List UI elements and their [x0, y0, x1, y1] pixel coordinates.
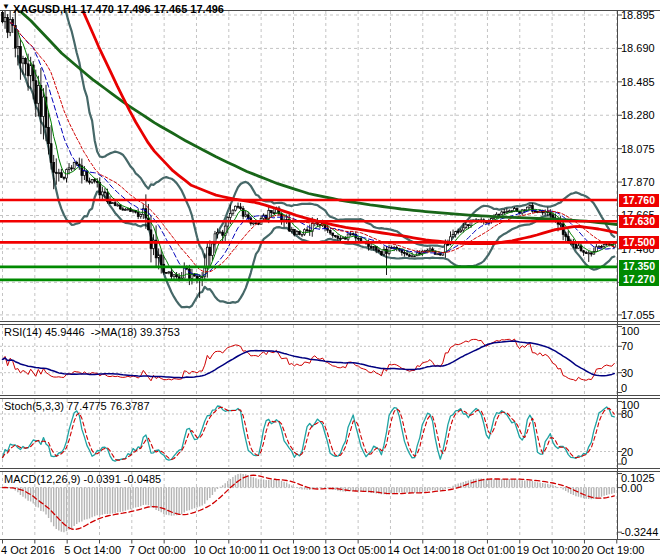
price-axis-label: 18.280	[621, 109, 655, 121]
price-axis-label: 18.485	[621, 76, 655, 88]
price-axis-label: 18.690	[621, 42, 655, 54]
price-level-badge: 17.270	[619, 273, 659, 286]
rsi-axis-label: 70	[621, 340, 633, 352]
time-axis-label: 19 Oct 10:00	[517, 544, 580, 556]
price-level-badge: 17.500	[619, 236, 659, 249]
price-axis-label: 17.055	[621, 309, 655, 321]
stoch-indicator-label: Stoch(5,3,3) 77.4775 76.3787	[4, 400, 150, 412]
time-axis-label: 4 Oct 2016	[1, 544, 55, 556]
time-axis-label: 20 Oct 19:00	[581, 544, 644, 556]
price-level-badge: 17.350	[619, 260, 659, 273]
rsi-axis-label: 30	[621, 367, 633, 379]
chart-menu-arrow-icon: ▼	[2, 2, 10, 11]
trading-chart-window: ▼ XAGUSD,H1 17.470 17.496 17.465 17.496 …	[0, 0, 660, 560]
price-axis-label: 17.870	[621, 176, 655, 188]
time-axis-label: 14 Oct 14:00	[387, 544, 450, 556]
time-axis-label: 18 Oct 01:00	[452, 544, 515, 556]
stoch-axis-label: 80	[621, 408, 633, 420]
rsi-axis-label: 0	[621, 382, 627, 394]
price-level-badge: 17.630	[619, 215, 659, 228]
macd-axis-label: -0.3244	[621, 526, 658, 538]
macd-axis-label: 0.00	[621, 482, 642, 494]
price-level-badge: 17.760	[619, 194, 659, 207]
price-axis-label: 18.075	[621, 143, 655, 155]
price-axis-label: 18.895	[621, 9, 655, 21]
time-axis-label: 13 Oct 05:00	[323, 544, 386, 556]
time-axis-label: 10 Oct 10:00	[193, 544, 256, 556]
time-axis-label: 11 Oct 19:00	[258, 544, 320, 556]
chart-title: XAGUSD,H1 17.470 17.496 17.465 17.496	[13, 3, 224, 15]
rsi-axis-label: 100	[621, 325, 639, 337]
macd-indicator-label: MACD(12,26,9) -0.0391 -0.0485	[4, 473, 161, 485]
time-axis-label: 7 Oct 00:00	[129, 544, 186, 556]
stoch-axis-label: 0	[621, 455, 627, 467]
rsi-indicator-label: RSI(14) 45.9446 ->MA(18) 39.3753	[4, 326, 180, 338]
time-axis-label: 5 Oct 14:00	[64, 544, 121, 556]
